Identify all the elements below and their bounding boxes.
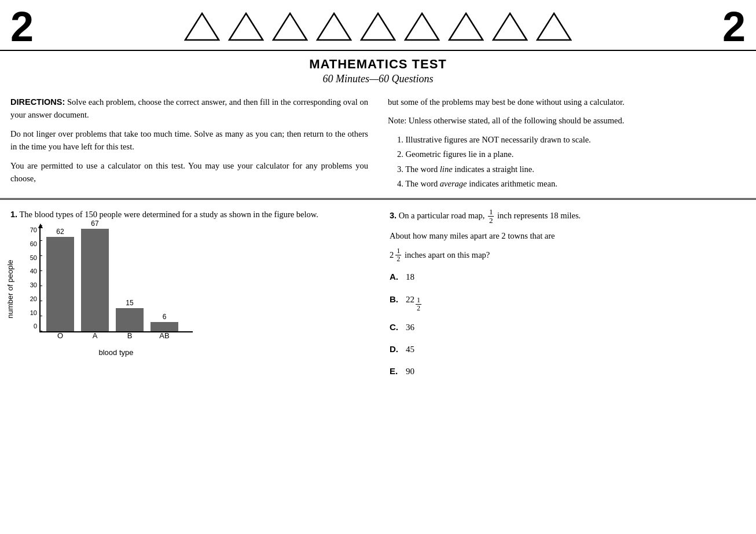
y-tick-50: 50 bbox=[19, 253, 37, 263]
bar-O-type: O bbox=[46, 330, 74, 342]
answer-choice-D: D. 45 bbox=[390, 342, 746, 356]
directions-label: DIRECTIONS: bbox=[10, 97, 65, 107]
q3-mixed-fraction: 12 bbox=[395, 247, 401, 263]
triangle-icon-8 bbox=[492, 11, 528, 42]
q3-mixed-frac-num: 1 bbox=[395, 247, 401, 255]
q3-text-line3: inches apart on this map? bbox=[405, 250, 490, 259]
note-4: 4. The word average indicates arithmetic… bbox=[388, 177, 746, 190]
answer-choice-B: B. 2212 bbox=[390, 292, 746, 312]
y-tick-60: 60 bbox=[19, 239, 37, 249]
choice-B-letter: B. bbox=[390, 292, 406, 306]
bar-A-label: 67 bbox=[81, 218, 109, 229]
y-axis-arrow: ▲ bbox=[36, 220, 45, 232]
notes-list: 1. Illustrative figures are NOT necessar… bbox=[388, 133, 746, 191]
question-1: 1. The blood types of 150 people were de… bbox=[10, 208, 384, 387]
y-tick-40: 40 bbox=[19, 266, 37, 276]
note-3: 3. The word line indicates a straight li… bbox=[388, 163, 746, 175]
y-tick-marks bbox=[39, 225, 42, 331]
question-3-line2: About how many miles apart are 2 towns t… bbox=[390, 229, 746, 242]
directions-right: but some of the problems may best be don… bbox=[382, 96, 746, 192]
choice-A-letter: A. bbox=[390, 270, 406, 283]
question-3-number: 3. bbox=[390, 211, 397, 220]
directions-right-p1: but some of the problems may best be don… bbox=[388, 96, 746, 108]
q3-mixed-frac-den: 2 bbox=[395, 255, 401, 263]
choice-E-value: 90 bbox=[406, 365, 414, 378]
decorative-triangles bbox=[34, 11, 722, 42]
answer-choice-A: A. 18 bbox=[390, 270, 746, 284]
test-title: MATHEMATICS TEST bbox=[0, 57, 756, 72]
choice-B-value: 22 bbox=[406, 293, 414, 306]
choice-C-letter: C. bbox=[390, 320, 406, 334]
svg-marker-2 bbox=[273, 13, 307, 40]
q3-fraction: 12 bbox=[488, 208, 494, 225]
question-3: 3. On a particular road map, 12 inch rep… bbox=[384, 208, 746, 387]
page-header: 2 bbox=[0, 0, 756, 51]
bar-A-type: A bbox=[81, 330, 109, 342]
svg-marker-1 bbox=[229, 13, 263, 40]
directions-para-2: Do not linger over problems that take to… bbox=[10, 127, 368, 153]
choice-E-letter: E. bbox=[390, 364, 406, 378]
choice-D-letter: D. bbox=[390, 342, 406, 356]
triangle-icon-1 bbox=[184, 11, 220, 42]
question-3-part1: On a particular road map, bbox=[399, 211, 487, 220]
choice-B-frac-num: 1 bbox=[416, 297, 421, 305]
questions-section: 1. The blood types of 150 people were de… bbox=[0, 200, 756, 393]
y-tick-labels: 0 10 20 30 40 50 60 70 bbox=[19, 225, 37, 331]
test-subtitle: 60 Minutes—60 Questions bbox=[0, 73, 756, 85]
y-tick-20: 20 bbox=[19, 294, 37, 304]
choice-A-value: 18 bbox=[406, 270, 414, 284]
svg-marker-3 bbox=[317, 13, 351, 40]
q3-frac-den: 2 bbox=[488, 217, 494, 225]
page-number-right: 2 bbox=[722, 6, 746, 47]
svg-marker-4 bbox=[361, 13, 395, 40]
q3-text-line2: About how many miles apart are 2 towns t… bbox=[390, 231, 555, 240]
triangle-icon-3 bbox=[272, 11, 308, 42]
y-axis-label: number of people bbox=[5, 248, 16, 330]
x-axis-label: blood type bbox=[39, 347, 193, 359]
question-3-part2: inch represents 18 miles. bbox=[495, 211, 581, 220]
note-1: 1. Illustrative figures are NOT necessar… bbox=[388, 133, 746, 146]
triangle-icon-9 bbox=[536, 11, 572, 42]
directions-para-1: DIRECTIONS: Solve each problem, choose t… bbox=[10, 96, 368, 122]
y-tick-10: 10 bbox=[19, 308, 37, 318]
q3-mixed-num: 212 bbox=[390, 247, 402, 263]
answer-choice-E: E. 90 bbox=[390, 364, 746, 378]
bar-chart: number of people 0 10 20 30 40 50 60 70 bbox=[10, 225, 201, 364]
bar-B bbox=[116, 308, 144, 331]
page-number-left: 2 bbox=[10, 6, 34, 47]
choice-D-value: 45 bbox=[406, 343, 414, 356]
svg-marker-0 bbox=[185, 13, 219, 40]
question-1-text: 1. The blood types of 150 people were de… bbox=[10, 208, 366, 221]
svg-marker-8 bbox=[537, 13, 571, 40]
svg-marker-5 bbox=[405, 13, 439, 40]
svg-marker-6 bbox=[449, 13, 483, 40]
bar-B-label: 15 bbox=[116, 298, 144, 309]
y-tick-30: 30 bbox=[19, 280, 37, 290]
choice-C-value: 36 bbox=[406, 321, 414, 334]
triangle-icon-7 bbox=[448, 11, 484, 42]
question-1-number: 1. bbox=[10, 210, 17, 219]
directions-section: DIRECTIONS: Solve each problem, choose t… bbox=[0, 89, 756, 200]
bar-AB-label: 6 bbox=[151, 312, 178, 323]
triangle-icon-4 bbox=[316, 11, 352, 42]
chart-area: 0 10 20 30 40 50 60 70 bbox=[39, 225, 193, 332]
directions-left: DIRECTIONS: Solve each problem, choose t… bbox=[10, 96, 382, 192]
triangle-icon-2 bbox=[228, 11, 264, 42]
choice-B-fraction: 12 bbox=[416, 297, 421, 312]
triangle-icon-5 bbox=[360, 11, 396, 42]
choice-B-frac-den: 2 bbox=[416, 305, 421, 312]
directions-right-p2: Note: Unless otherwise stated, all of th… bbox=[388, 114, 746, 127]
title-area: MATHEMATICS TEST 60 Minutes—60 Questions bbox=[0, 51, 756, 89]
y-tick-0: 0 bbox=[19, 321, 37, 331]
question-3-text: 3. On a particular road map, 12 inch rep… bbox=[390, 208, 746, 225]
bar-AB-type: AB bbox=[151, 330, 178, 342]
q3-frac-num: 1 bbox=[488, 208, 494, 217]
bar-A bbox=[81, 229, 109, 331]
answer-choice-C: C. 36 bbox=[390, 320, 746, 334]
triangle-icon-6 bbox=[404, 11, 440, 42]
q3-mixed-whole: 2 bbox=[390, 248, 394, 261]
question-1-body: The blood types of 150 people were deter… bbox=[19, 210, 318, 219]
note-2: 2. Geometric figures lie in a plane. bbox=[388, 148, 746, 160]
svg-marker-7 bbox=[493, 13, 527, 40]
bar-O bbox=[46, 237, 74, 331]
